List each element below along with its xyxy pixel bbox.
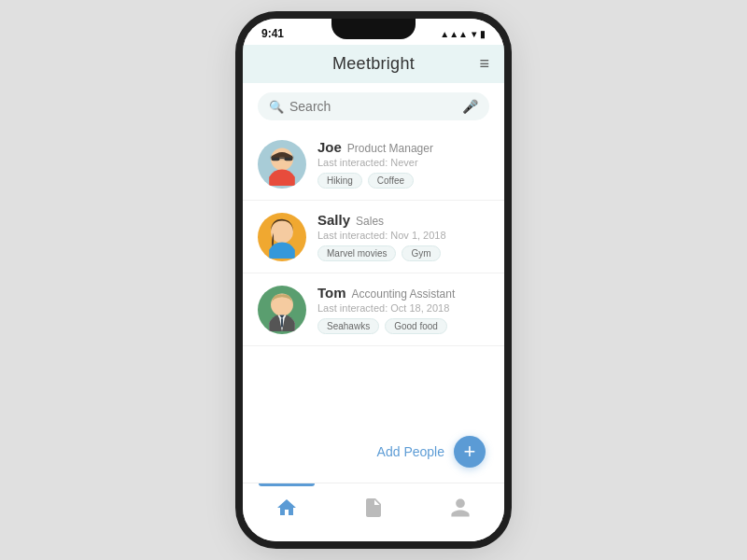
contact-item-tom[interactable]: Tom Accounting Assistant Last interacted…	[243, 273, 504, 346]
status-icons: ▲▲▲ ▾ ▮	[440, 29, 486, 39]
tag-coffee: Coffee	[368, 173, 414, 189]
search-icon: 🔍	[269, 100, 284, 114]
profile-icon	[449, 497, 472, 525]
menu-icon[interactable]: ≡	[479, 54, 489, 74]
nav-item-notes[interactable]	[344, 493, 403, 528]
tag-gym: Gym	[402, 245, 440, 261]
contact-item-sally[interactable]: Sally Sales Last interacted: Nov 1, 2018…	[243, 201, 504, 273]
contact-info-sally: Sally Sales Last interacted: Nov 1, 2018…	[317, 212, 489, 261]
search-container: 🔍 🎤	[243, 83, 504, 128]
contact-name-row-sally: Sally Sales	[317, 212, 489, 228]
tag-marvel: Marvel movies	[317, 245, 396, 261]
tags-tom: Seahawks Good food	[317, 318, 489, 334]
bottom-nav	[243, 483, 504, 541]
nav-item-home[interactable]	[257, 493, 317, 528]
add-people-label[interactable]: Add People	[377, 444, 444, 459]
avatar-sally	[258, 213, 306, 261]
contact-item-joe[interactable]: Joe Product Manager Last interacted: Nev…	[243, 128, 504, 201]
tag-good-food: Good food	[385, 318, 447, 334]
battery-icon: ▮	[480, 29, 486, 39]
contact-info-tom: Tom Accounting Assistant Last interacted…	[317, 285, 489, 334]
add-people-button[interactable]: +	[454, 436, 486, 468]
signal-icon: ▲▲▲	[440, 29, 468, 39]
contact-last-joe: Last interacted: Never	[317, 157, 489, 168]
app-header: Meetbright ≡	[243, 45, 504, 83]
add-people-row: Add People +	[243, 421, 504, 483]
home-icon	[275, 497, 298, 525]
notes-icon	[362, 497, 385, 525]
contact-name-sally: Sally	[317, 212, 350, 228]
contact-role-tom: Accounting Assistant	[352, 287, 456, 301]
add-icon: +	[464, 441, 476, 462]
search-input[interactable]	[289, 99, 457, 114]
phone-frame: 9:41 ▲▲▲ ▾ ▮ Meetbright ≡ 🔍 🎤	[243, 19, 504, 541]
avatar-joe	[258, 140, 306, 189]
mic-icon[interactable]: 🎤	[462, 99, 478, 114]
tag-hiking: Hiking	[317, 173, 362, 189]
tags-sally: Marvel movies Gym	[317, 245, 489, 261]
contact-name-row-joe: Joe Product Manager	[317, 139, 489, 155]
contact-name-tom: Tom	[317, 285, 346, 301]
status-time: 9:41	[261, 27, 284, 40]
notch	[331, 19, 416, 39]
app-title: Meetbright	[332, 54, 415, 74]
contact-last-sally: Last interacted: Nov 1, 2018	[317, 230, 489, 241]
avatar-tom	[258, 286, 306, 334]
contact-last-tom: Last interacted: Oct 18, 2018	[317, 302, 489, 314]
tags-joe: Hiking Coffee	[317, 173, 489, 189]
nav-item-profile[interactable]	[430, 493, 490, 528]
contact-info-joe: Joe Product Manager Last interacted: Nev…	[317, 139, 489, 189]
contact-role-joe: Product Manager	[347, 142, 433, 155]
search-bar[interactable]: 🔍 🎤	[258, 92, 489, 120]
svg-point-5	[271, 220, 293, 243]
contact-name-joe: Joe	[317, 139, 342, 155]
contact-role-sally: Sales	[356, 215, 384, 228]
tag-seahawks: Seahawks	[317, 318, 379, 334]
contacts-list: Joe Product Manager Last interacted: Nev…	[243, 128, 504, 421]
main-content: 🔍 🎤	[243, 83, 504, 483]
contact-name-row-tom: Tom Accounting Assistant	[317, 285, 489, 301]
wifi-icon: ▾	[472, 29, 476, 39]
